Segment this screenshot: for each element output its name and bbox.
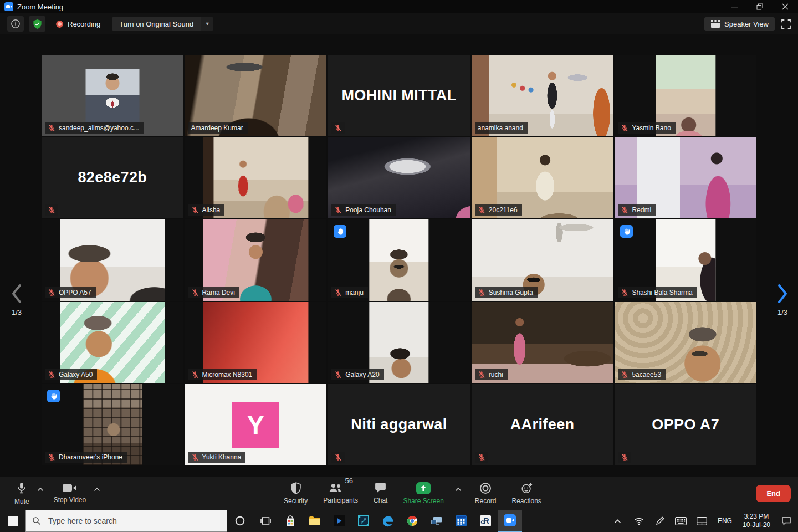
participant-tile[interactable]: sandeep_aiims@yahoo.c... [42,55,183,136]
participant-name: sandeep_aiims@yahoo.c... [59,124,139,132]
participant-name-centered: Niti aggarwal [328,384,470,466]
participant-tile[interactable]: Alisha [185,137,327,219]
tray-touchpad-icon[interactable] [693,517,712,525]
record-button[interactable]: Record [467,477,504,510]
participant-tile[interactable]: manju [328,219,470,301]
windows-taskbar: R ENG 3:23 PM 10-Jul-20 [0,510,798,532]
taskbar-edge-icon[interactable] [376,510,400,532]
taskbar-video-editor-icon[interactable] [351,510,376,532]
security-label: Security [284,497,308,505]
participant-tile[interactable]: Shashi Bala Sharma [615,219,756,301]
taskbar-file-explorer-icon[interactable] [303,510,327,532]
tray-touch-keyboard-icon[interactable] [672,517,690,525]
mute-options-chevron[interactable] [34,485,47,494]
participant-tile[interactable]: 20c211e6 [472,137,613,219]
tray-hidden-icons-chevron[interactable] [608,519,627,524]
security-button[interactable]: Security [276,477,315,510]
taskbar-store-icon[interactable] [278,510,303,532]
restore-button[interactable] [747,0,773,13]
participant-tile[interactable]: ruchi [472,302,613,383]
participant-name: Pooja Chouhan [345,206,391,214]
participant-tile[interactable]: Redmi [615,137,756,219]
taskbar-chrome-icon[interactable] [400,510,424,532]
muted-mic-icon [191,289,199,296]
tray-pen-icon[interactable] [651,516,669,525]
meeting-stage: sandeep_aiims@yahoo.c...Amardeep KumarMO… [0,34,798,477]
participant-profile-photo [85,69,139,122]
share-options-chevron[interactable] [452,485,465,494]
original-sound-button[interactable]: Turn on Original Sound [112,17,201,31]
participant-name-label: Pooja Chouhan [331,204,396,216]
gallery-next-page[interactable]: 1/3 [770,284,795,316]
participant-name: Sushma Gupta [489,289,533,296]
participant-tile[interactable]: 5acaee53 [615,302,756,383]
gallery-prev-page[interactable]: 1/3 [4,284,29,316]
participant-tile[interactable]: Galaxy A20 [328,302,470,383]
speaker-view-button[interactable]: Speaker View [704,17,775,31]
participant-name-centered: 82e8e72b [42,137,183,219]
participants-button[interactable]: 56 Participants [315,477,366,510]
stop-video-button[interactable]: Stop Video [49,477,91,510]
video-options-chevron[interactable] [90,485,104,494]
muted-mic-icon [621,453,628,461]
participant-tile[interactable]: OPPO A7 [615,384,756,466]
participant-name-label [618,452,631,463]
recording-dot-icon [56,21,63,28]
fullscreen-button[interactable] [781,19,791,29]
participant-tile[interactable]: Galaxy A50 [42,302,183,383]
participant-tile[interactable]: AArifeen [472,384,613,466]
end-meeting-button[interactable]: End [756,485,791,502]
mute-label: Mute [14,498,29,505]
tray-wifi-icon[interactable] [630,517,648,525]
page-indicator-right: 1/3 [770,308,795,316]
participant-tile[interactable]: Dharamveer's iPhone [42,384,183,466]
participant-name-label: ruchi [475,369,508,380]
chat-button[interactable]: Chat [366,477,395,510]
minimize-button[interactable] [722,0,747,13]
reactions-label: Reactions [512,497,541,505]
taskbar-calendar-icon[interactable] [449,510,473,532]
task-view-button[interactable] [253,510,278,532]
participant-tile[interactable]: anamika anand [472,55,613,136]
participant-tile[interactable]: Micromax N8301 [185,302,327,383]
participant-tile[interactable]: Rama Devi [185,219,327,301]
participant-tile[interactable]: OPPO A57 [42,219,183,301]
participant-tile[interactable]: Yasmin Bano [615,55,756,136]
participant-tile[interactable]: Sushma Gupta [472,219,613,301]
participant-name-label [45,204,58,216]
raised-hand-badge [47,390,60,402]
window-title: Zoom Meeting [17,3,63,11]
participant-tile[interactable]: MOHINI MITTAL [328,55,470,136]
tray-clock[interactable]: 3:23 PM 10-Jul-20 [738,513,775,529]
participant-tile[interactable]: Pooja Chouhan [328,137,470,219]
taskbar-zoom-icon[interactable] [498,510,522,532]
original-sound-dropdown[interactable]: ▼ [201,17,213,31]
recording-indicator[interactable]: Recording [56,20,100,28]
reactions-button[interactable]: Reactions [504,477,549,510]
tray-action-center-icon[interactable] [777,516,796,525]
taskbar-connect-icon[interactable] [424,510,449,532]
participant-tile[interactable]: Niti aggarwal [328,384,470,466]
taskbar-media-player-icon[interactable] [327,510,351,532]
tray-language-indicator[interactable]: ENG [714,517,736,525]
participant-tile[interactable]: YYukti Khanna [185,384,327,466]
muted-mic-icon [478,289,485,296]
participant-video [369,219,428,301]
participant-name: Galaxy A20 [345,371,379,378]
close-button[interactable] [773,0,798,13]
video-camera-icon [62,483,77,493]
search-input[interactable] [47,516,204,526]
cortana-button[interactable] [227,510,253,532]
taskbar-r-app-icon[interactable]: R [473,510,498,532]
encryption-shield-button[interactable] [29,16,45,32]
share-screen-icon [416,482,431,494]
start-button[interactable] [0,510,25,532]
participant-tile[interactable]: 82e8e72b [42,137,183,219]
participant-tile[interactable]: Amardeep Kumar [185,55,327,136]
share-screen-button[interactable]: Share Screen [395,477,451,510]
participant-name-label: Galaxy A50 [45,369,97,380]
mute-button[interactable]: Mute [10,477,34,510]
taskbar-search[interactable] [25,510,227,532]
meeting-info-button[interactable] [7,16,24,32]
participant-name: ruchi [489,371,503,378]
